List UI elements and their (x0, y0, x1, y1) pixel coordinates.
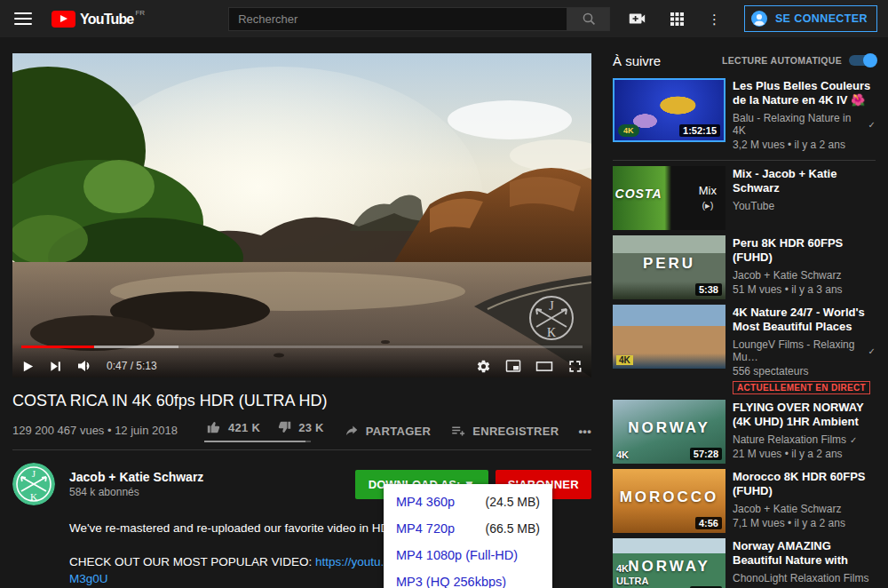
autoplay-toggle[interactable] (849, 55, 876, 66)
thumb-up-icon (206, 419, 222, 435)
suggested-meta: 3,2 M vues • il y a 2 ans (733, 139, 876, 151)
video-camera-plus-icon (627, 9, 646, 28)
duration-badge: 4:56 (695, 517, 722, 529)
view-count: 129 200 467 vues • 12 juin 2018 (12, 419, 178, 437)
next-button[interactable] (49, 360, 62, 373)
suggested-video-1[interactable]: 4K 1:52:15 Les Plus Belles Couleurs de l… (613, 78, 876, 151)
autoplay-label: LECTURE AUTOMATIQUE (722, 55, 842, 66)
thumbnail-text: NORWAY (613, 419, 725, 437)
video-thumbnail[interactable]: 4K 1:52:15 (613, 78, 725, 142)
progress-bar[interactable] (21, 346, 583, 348)
video-title: COSTA RICA IN 4K 60fps HDR (ULTRA HD) (12, 392, 591, 410)
suggested-meta: 51 M vues • il y a 3 ans (733, 283, 876, 296)
download-option-mp4-720p[interactable]: MP4 720p (66.5 MB) (384, 515, 552, 542)
more-options-button[interactable]: ⋮ (708, 12, 721, 26)
apps-grid-icon (670, 12, 685, 27)
4k-ultra-hd-badge: 4K ULTRA HD (616, 563, 662, 588)
suggested-title: Peru 8K HDR 60FPS (FUHD) (733, 236, 876, 266)
sign-in-label: SE CONNECTER (775, 12, 868, 25)
suggested-video-5[interactable]: NORWAY 4K 57:28 FLYING OVER NORWAY (4K U… (613, 400, 876, 464)
search-button[interactable] (567, 7, 610, 31)
share-button[interactable]: PARTAGER (344, 423, 431, 439)
channel-watermark-icon[interactable]: J K (527, 294, 575, 342)
video-thumbnail[interactable]: MOROCCO 4:56 (613, 469, 725, 533)
svg-text:K: K (547, 326, 556, 339)
suggested-video-2[interactable]: COSTA Mix (▸) Mix - Jacob + Katie Schwar… (613, 166, 876, 230)
verified-icon: ✓ (868, 120, 876, 130)
theater-mode-icon (535, 360, 553, 373)
suggested-title: Les Plus Belles Couleurs de la Nature en… (733, 79, 876, 108)
suggested-video-4[interactable]: 4K 4K Nature 24/7 - World's Most Beautif… (613, 305, 876, 394)
4k-badge: 4K (616, 355, 633, 365)
suggested-channel: Nature Relaxation Films (733, 433, 846, 446)
share-icon (344, 423, 360, 439)
suggested-channel: Jacob + Katie Schwarz (733, 269, 841, 282)
suggested-video-3[interactable]: PERU 5:38 Peru 8K HDR 60FPS (FUHD) Jacob… (613, 235, 876, 299)
dislike-button[interactable]: 23 K (276, 419, 324, 435)
progress-played (21, 346, 94, 348)
miniplayer-button[interactable] (505, 359, 521, 373)
duration-badge: 57:28 (690, 448, 722, 460)
download-option-mp3[interactable]: MP3 (HQ 256kbps) (384, 568, 552, 588)
channel-avatar[interactable]: J K (12, 463, 55, 505)
save-label: ENREGISTRER (472, 425, 559, 438)
youtube-play-icon (52, 11, 75, 28)
suggested-title: 4K Nature 24/7 - World's Most Beautiful … (733, 306, 876, 335)
sign-in-button[interactable]: SE CONNECTER (744, 5, 877, 32)
svg-text:J: J (549, 299, 554, 313)
section-divider (12, 449, 591, 450)
subscriber-count: 584 k abonnés (69, 486, 203, 498)
video-thumbnail[interactable]: 4K (613, 305, 725, 369)
download-option-mp4-1080p[interactable]: MP4 1080p (Full-HD) (384, 542, 552, 568)
suggested-channel: LoungeV Films - Relaxing Mu… (733, 338, 865, 363)
search-input[interactable] (228, 7, 567, 31)
suggested-meta: 7,1 M vues • il y a 2 ans (733, 517, 876, 529)
download-option-mp4-360p[interactable]: MP4 360p (24.5 MB) (384, 489, 552, 515)
video-frame (12, 53, 591, 377)
video-player[interactable]: J K 0:47 / 5: (12, 53, 591, 377)
download-menu: MP4 360p (24.5 MB) MP4 720p (66.5 MB) MP… (384, 484, 552, 588)
video-thumbnail[interactable]: NORWAY 4K 57:28 (613, 400, 725, 464)
mix-thumbnail[interactable]: COSTA Mix (▸) (613, 166, 725, 230)
suggested-meta: 556 spectateurs (733, 365, 876, 377)
top-app-bar: YouTube FR ⋮ (0, 0, 888, 37)
search-icon (582, 12, 596, 26)
logo-country-code: FR (135, 9, 145, 17)
suggested-title: Mix - Jacob + Katie Schwarz (733, 167, 876, 196)
suggested-video-7[interactable]: NORWAY 4K ULTRA HD 58:13 Norway AMAZING … (613, 538, 876, 588)
suggested-meta: 21 M vues • il y a 2 ans (733, 448, 876, 460)
settings-button[interactable] (476, 359, 491, 374)
4k-badge: 4K (616, 449, 629, 460)
volume-icon (76, 358, 92, 374)
suggested-video-6[interactable]: MOROCCO 4:56 Morocco 8K HDR 60FPS (FUHD)… (613, 469, 876, 533)
like-button[interactable]: 421 K (206, 419, 260, 435)
volume-button[interactable] (76, 358, 92, 374)
menu-icon[interactable] (14, 12, 32, 25)
video-thumbnail[interactable]: PERU 5:38 (613, 235, 725, 299)
svg-text:J: J (32, 468, 36, 479)
like-count: 421 K (228, 421, 260, 434)
thumbnail-text: PERU (613, 255, 725, 273)
youtube-logo[interactable]: YouTube FR (52, 11, 145, 28)
playlist-add-icon (450, 423, 466, 439)
player-controls: 0:47 / 5:13 (12, 342, 591, 377)
more-actions-button[interactable]: ••• (578, 425, 591, 438)
thumbnail-text: MOROCCO (613, 489, 725, 506)
mix-label: Mix (699, 184, 717, 197)
search-bar (228, 7, 610, 31)
dislike-count: 23 K (298, 421, 324, 434)
channel-name[interactable]: Jacob + Katie Schwarz (69, 470, 203, 484)
upload-video-button[interactable] (627, 9, 646, 28)
live-badge: ACTUELLEMENT EN DIRECT (733, 381, 870, 394)
theater-mode-button[interactable] (535, 360, 553, 373)
save-button[interactable]: ENREGISTRER (450, 423, 559, 439)
fullscreen-button[interactable] (567, 359, 583, 374)
apps-grid-button[interactable] (670, 12, 685, 27)
share-label: PARTAGER (366, 425, 431, 438)
duration-badge: 1:52:15 (679, 124, 720, 137)
video-thumbnail[interactable]: NORWAY 4K ULTRA HD 58:13 (613, 538, 725, 588)
settings-gear-icon (476, 359, 491, 374)
play-button[interactable] (21, 360, 35, 373)
suggested-channel: ChonoLight Relaxation Films (733, 572, 868, 584)
sentiment-bar (204, 441, 311, 442)
